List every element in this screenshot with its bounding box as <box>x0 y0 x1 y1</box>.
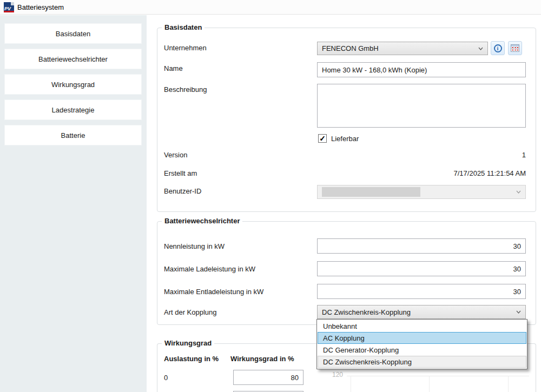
wirkungsgrad-row-input[interactable] <box>233 370 304 385</box>
window-title: Batteriesystem <box>17 3 64 11</box>
group-batteriewechselrichter: Batteriewechselrichter Nennleistung in k… <box>157 221 536 325</box>
lieferbar-label: Lieferbar <box>331 135 359 143</box>
unternehmen-combobox-value: FENECON GmbH <box>322 44 475 52</box>
sidebar: Basisdaten Batteriewechselrichter Wirkun… <box>0 15 147 392</box>
version-label: Version <box>164 151 187 159</box>
art-der-kopplung-dropdown-list: Unbekannt AC Kopplung DC Generator-Koppl… <box>316 319 527 369</box>
chart-gridline-v <box>351 376 351 392</box>
max-ladeleistung-input[interactable] <box>317 261 526 276</box>
benutzer-id-combobox[interactable] <box>317 185 526 199</box>
chart-y-tick-label: 120 <box>332 371 343 378</box>
logo-red-stripe <box>4 11 14 12</box>
table-lookup-button[interactable] <box>508 41 522 55</box>
sidebar-item-wirkungsgrad[interactable]: Wirkungsgrad <box>4 74 142 95</box>
chevron-down-icon <box>478 47 483 50</box>
sidebar-item-label: Basisdaten <box>56 30 90 38</box>
benutzer-id-label: Benutzer-ID <box>164 187 201 195</box>
sidebar-item-label: Batterie <box>61 131 85 139</box>
art-der-kopplung-value: DC Zwischenkreis-Kopplung <box>322 308 513 316</box>
sidebar-item-label: Ladestrategie <box>52 106 95 114</box>
art-der-kopplung-combobox[interactable]: DC Zwischenkreis-Kopplung <box>317 305 526 319</box>
logo-corner <box>11 2 14 5</box>
chart-gridline-v <box>429 376 430 392</box>
group-batteriewechselrichter-legend: Batteriewechselrichter <box>162 217 242 225</box>
app-logo-icon: PV <box>4 2 14 12</box>
title-bar: PV Batteriesystem <box>0 0 541 15</box>
art-der-kopplung-label: Art der Kopplung <box>164 308 217 316</box>
unternehmen-label: Unternehmen <box>164 44 207 52</box>
dropdown-option-dc-zwischenkreis-kopplung[interactable]: DC Zwischenkreis-Kopplung <box>318 356 526 368</box>
app-window: PV Batteriesystem Basisdaten Batteriewec… <box>0 0 541 392</box>
auslastung-column-header: Auslastung in % <box>164 355 219 363</box>
group-basisdaten: Basisdaten Unternehmen FENECON GmbH i Na… <box>157 28 536 212</box>
auslastung-row-value: 0 <box>164 374 168 382</box>
nennleistung-input[interactable] <box>317 238 526 254</box>
unternehmen-combobox[interactable]: FENECON GmbH <box>317 42 488 55</box>
wirkungsgrad-column-header: Wirkungsgrad in % <box>230 355 294 363</box>
chart-gridline-v <box>508 376 509 392</box>
dropdown-option-ac-kopplung[interactable]: AC Kopplung <box>318 332 526 344</box>
erstellt-am-label: Erstellt am <box>164 169 197 177</box>
beschreibung-textarea[interactable] <box>317 84 526 128</box>
name-input[interactable] <box>317 62 526 77</box>
lieferbar-checkbox[interactable]: ✓ <box>318 134 327 143</box>
table-icon <box>511 44 519 52</box>
group-basisdaten-legend: Basisdaten <box>162 23 204 31</box>
sidebar-item-ladestrategie[interactable]: Ladestrategie <box>4 99 142 120</box>
name-label: Name <box>164 64 183 72</box>
chevron-down-icon <box>516 190 521 194</box>
sidebar-item-label: Batteriewechselrichter <box>38 55 108 63</box>
sidebar-item-batterie[interactable]: Batterie <box>4 125 142 145</box>
erstellt-am-value: 7/17/2025 11:21:54 AM <box>317 169 526 177</box>
max-entladeleistung-label: Maximale Entladeleistung in kW <box>164 288 263 296</box>
sidebar-item-label: Wirkungsgrad <box>51 81 95 89</box>
beschreibung-label: Beschreibung <box>164 85 207 94</box>
benutzer-id-redacted-value <box>322 187 420 197</box>
checkmark-icon: ✓ <box>319 135 326 142</box>
nennleistung-label: Nennleistung in kW <box>164 242 225 250</box>
chevron-down-icon <box>516 310 521 314</box>
max-entladeleistung-input[interactable] <box>317 284 526 299</box>
info-button[interactable]: i <box>491 41 505 55</box>
sidebar-item-batteriewechselrichter[interactable]: Batteriewechselrichter <box>4 49 142 69</box>
sidebar-item-basisdaten[interactable]: Basisdaten <box>4 23 142 44</box>
chart-gridline-h <box>347 376 529 376</box>
info-icon: i <box>494 44 502 52</box>
version-value: 1 <box>317 151 526 159</box>
max-ladeleistung-label: Maximale Ladeleistung in kW <box>164 265 255 273</box>
dropdown-option-dc-generator-kopplung[interactable]: DC Generator-Kopplung <box>318 344 526 356</box>
group-wirkungsgrad-legend: Wirkungsgrad <box>162 339 214 347</box>
dropdown-option-unbekannt[interactable]: Unbekannt <box>318 320 526 332</box>
